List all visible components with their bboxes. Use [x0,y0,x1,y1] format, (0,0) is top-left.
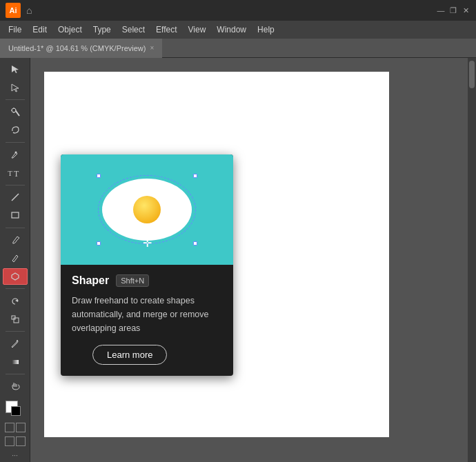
draw-inside-btn[interactable] [16,436,26,446]
menu-view[interactable]: View [184,23,210,36]
tool-magic-wand[interactable] [3,103,28,121]
tool-hand[interactable] [3,378,28,395]
crosshair-icon: ✛ [143,237,152,250]
tool-lasso[interactable] [3,121,28,139]
tool-pencil[interactable] [3,250,28,267]
svg-line-12 [12,261,14,262]
main-area: T T [0,58,476,462]
tool-extras-row [5,423,26,432]
tooltip-title-row: Shaper Shft+N [72,274,222,287]
svg-text:T: T [14,169,19,178]
svg-marker-13 [15,299,18,302]
title-bar: Ai ⌂ — ❐ ✕ [0,0,476,21]
color-swatches[interactable] [3,401,28,419]
toolbar: T T [0,58,30,462]
draw-mode-btn[interactable] [16,423,26,432]
change-screen-btn[interactable] [5,436,14,446]
tool-gradient[interactable] [3,354,28,371]
more-tools[interactable]: ··· [12,452,17,459]
scrollbar-right [468,58,476,462]
menu-object[interactable]: Object [54,23,86,36]
tool-rotate[interactable] [3,292,28,310]
tool-type[interactable]: T T [3,164,28,181]
menu-type[interactable]: Type [89,23,115,36]
svg-marker-0 [12,66,19,73]
tool-rectangle[interactable] [3,207,28,224]
home-icon[interactable]: ⌂ [26,5,32,16]
tool-scale[interactable] [3,311,28,328]
tool-paintbrush[interactable] [3,232,28,249]
screen-mode-btn[interactable] [5,423,14,432]
maximize-button[interactable]: ❐ [448,6,458,15]
menu-edit[interactable]: Edit [28,23,51,36]
svg-rect-16 [12,360,19,364]
tab-close-button[interactable]: × [150,44,154,52]
tooltip-title: Shaper [72,274,109,287]
ai-logo: Ai [6,3,21,18]
handle-tr [193,174,197,178]
egg-yolk [133,196,161,223]
menu-select[interactable]: Select [118,23,149,36]
tool-line[interactable] [3,189,28,206]
title-bar-controls: — ❐ ✕ [436,6,470,15]
tooltip-popup: ✛ Shaper Shft+N Draw freehand to create … [61,154,233,376]
handle-br [193,241,197,245]
svg-rect-14 [14,318,19,323]
svg-line-10 [12,194,19,201]
tool-eyedropper[interactable] [3,335,28,352]
tooltip-description: Draw freehand to create shapes automatic… [72,294,222,335]
close-button[interactable]: ✕ [461,6,470,15]
title-bar-left: Ai ⌂ [6,3,32,18]
handle-bl [97,241,101,245]
tool-pen[interactable] [3,146,28,163]
background-swatch[interactable] [11,406,21,416]
tab-bar: Untitled-1* @ 104.61 % (CMYK/Preview) × [0,39,476,58]
tooltip-content: Shaper Shft+N Draw freehand to create sh… [61,265,233,376]
tool-shaper[interactable] [3,268,28,285]
menu-file[interactable]: File [4,23,26,36]
svg-line-2 [16,111,19,116]
canvas-area: ✛ Shaper Shft+N Draw freehand to create … [30,58,468,462]
tab-label: Untitled-1* @ 104.61 % (CMYK/Preview) [8,44,146,52]
scrollbar-thumb[interactable] [469,61,475,88]
minimize-button[interactable]: — [436,6,446,15]
handle-tl [97,174,101,178]
document-tab[interactable]: Untitled-1* @ 104.61 % (CMYK/Preview) × [0,39,162,58]
learn-more-button[interactable]: Learn more [92,345,167,365]
menu-window[interactable]: Window [212,23,250,36]
svg-point-8 [14,152,17,154]
svg-rect-11 [12,212,19,218]
menu-help[interactable]: Help [253,23,279,36]
tool-selection[interactable] [3,61,28,78]
tooltip-image: ✛ [61,154,233,265]
menu-bar: File Edit Object Type Select Effect View… [0,21,476,39]
change-screen-row [5,436,26,446]
egg-white [102,179,192,241]
svg-marker-1 [12,84,19,92]
menu-effect[interactable]: Effect [152,23,181,36]
tool-direct-selection[interactable] [3,79,28,97]
tooltip-shortcut: Shft+N [116,274,149,287]
